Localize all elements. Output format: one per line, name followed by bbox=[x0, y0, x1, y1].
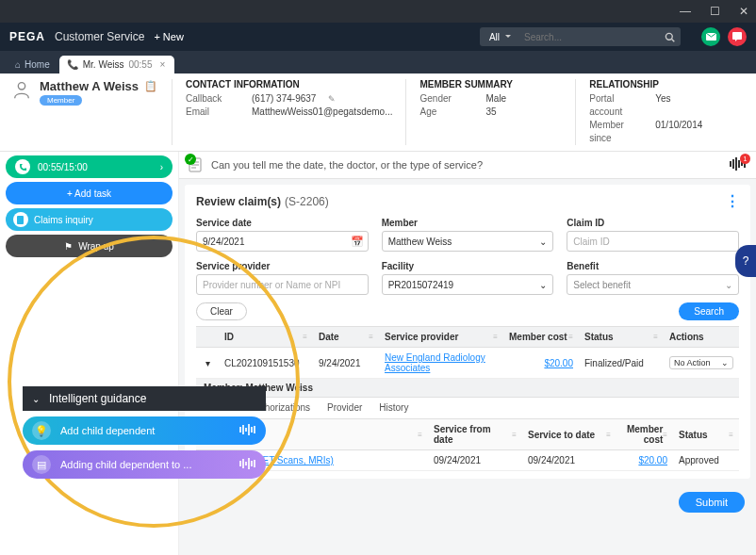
suggestion-add-child-dependent[interactable]: 💡 Add child dependent bbox=[23, 416, 266, 445]
search-input[interactable] bbox=[517, 27, 658, 46]
clipboard-icon[interactable]: 📋 bbox=[144, 80, 157, 92]
benefit-select[interactable]: Select benefit⌄ bbox=[567, 274, 739, 295]
member-subheader: Member: Matthew Weiss bbox=[196, 379, 739, 398]
claim-id-label: Claim ID bbox=[567, 218, 739, 228]
svg-rect-10 bbox=[730, 161, 731, 167]
search-button[interactable]: Search bbox=[679, 302, 739, 320]
expand-icon[interactable]: ▾ bbox=[205, 358, 210, 368]
filter-icon[interactable]: ≡ bbox=[653, 333, 658, 341]
prompt-text: Can you tell me the date, the doctor, or… bbox=[211, 159, 483, 171]
guidance-title: Intelligent guidance bbox=[49, 392, 146, 405]
table-row[interactable]: Imaging (CT/PET Scans, MRIs) 09/24/2021 … bbox=[196, 450, 739, 471]
chevron-down-icon: ⌄ bbox=[539, 237, 547, 247]
svg-rect-3 bbox=[732, 32, 742, 40]
brand-logo: PEGA bbox=[9, 30, 45, 43]
chevron-down-icon: ⌄ bbox=[721, 358, 729, 367]
search-scope-dropdown[interactable]: All bbox=[480, 27, 517, 46]
status-value: Approved bbox=[679, 455, 719, 465]
provider-label: Service provider bbox=[196, 261, 369, 271]
filter-icon[interactable]: ≡ bbox=[303, 333, 307, 341]
wrap-up-button[interactable]: ⚑Wrap up bbox=[6, 235, 173, 257]
more-icon[interactable]: ⋮ bbox=[725, 192, 739, 210]
filter-icon[interactable]: ≡ bbox=[606, 431, 611, 439]
facility-select[interactable]: PR2015072419⌄ bbox=[382, 274, 554, 295]
new-button[interactable]: + New bbox=[154, 31, 183, 42]
action-select[interactable]: No Action⌄ bbox=[669, 356, 733, 369]
service-date-label: Service date bbox=[196, 218, 369, 228]
avatar-icon bbox=[11, 79, 32, 100]
provider-input[interactable] bbox=[196, 274, 369, 295]
svg-rect-22 bbox=[239, 461, 241, 466]
benefit-label: Benefit bbox=[567, 261, 739, 271]
suggestion-label: Adding child dependent to ... bbox=[60, 459, 191, 470]
phone-icon bbox=[15, 159, 30, 174]
case-tab[interactable]: 📞 Mr. Weiss 00:55 × bbox=[59, 56, 175, 73]
window-close-icon[interactable]: ✕ bbox=[739, 5, 748, 18]
svg-point-0 bbox=[666, 33, 672, 40]
cost-link[interactable]: $20.00 bbox=[544, 358, 573, 368]
provider-link[interactable]: New England Radiology Associates bbox=[385, 352, 498, 373]
tab-strip: ⌂Home 📞 Mr. Weiss 00:55 × bbox=[0, 51, 756, 73]
agent-prompt: ✓ Can you tell me the date, the doctor, … bbox=[179, 152, 756, 179]
intelligent-guidance-panel: ⌄ Intelligent guidance 💡 Add child depen… bbox=[23, 386, 266, 479]
table-row[interactable]: ▾ CL202109151530 9/24/2021 New England R… bbox=[196, 348, 739, 379]
calendar-icon[interactable]: 📅 bbox=[351, 236, 364, 248]
tab-history[interactable]: History bbox=[379, 402, 408, 418]
claims-inquiry-button[interactable]: Claims inquiry bbox=[6, 208, 173, 231]
suggestion-label: Add child dependent bbox=[60, 425, 155, 436]
audio-wave-icon bbox=[239, 424, 256, 437]
status-value: Finalized/Paid bbox=[584, 358, 644, 368]
filter-icon[interactable]: ≡ bbox=[729, 431, 733, 439]
svg-rect-11 bbox=[732, 159, 734, 169]
home-tab[interactable]: ⌂Home bbox=[6, 56, 59, 73]
chevron-icon[interactable]: › bbox=[160, 162, 163, 172]
claim-id-input[interactable] bbox=[567, 231, 739, 252]
search-button[interactable] bbox=[658, 27, 681, 46]
member-badge: Member bbox=[40, 95, 82, 106]
submit-button[interactable]: Submit bbox=[679, 492, 745, 513]
gender-value: Male bbox=[485, 92, 506, 106]
svg-rect-23 bbox=[242, 459, 244, 468]
panel-title: Review claim(s) bbox=[196, 195, 281, 208]
document-icon: ✓ bbox=[189, 157, 204, 172]
claims-table: ID≡ Date≡ Service provider≡ Member cost≡… bbox=[196, 326, 739, 471]
case-tab-time: 00:55 bbox=[128, 59, 152, 70]
suggestion-adding-child-dependent[interactable]: ▤ Adding child dependent to ... bbox=[23, 450, 266, 479]
window-minimize-icon[interactable]: — bbox=[680, 5, 691, 18]
lightbulb-icon: 💡 bbox=[32, 421, 51, 440]
top-nav: PEGA Customer Service + New All bbox=[0, 23, 756, 51]
chevron-down-icon: ⌄ bbox=[725, 280, 732, 290]
case-tab-name: Mr. Weiss bbox=[83, 59, 124, 70]
cost-link[interactable]: $20.00 bbox=[638, 455, 667, 465]
svg-rect-18 bbox=[245, 428, 247, 432]
audio-icon[interactable]: 1 bbox=[730, 157, 747, 172]
svg-rect-12 bbox=[735, 157, 737, 171]
filter-icon[interactable]: ≡ bbox=[512, 431, 517, 439]
filter-icon[interactable]: ≡ bbox=[568, 333, 573, 341]
new-button-label: New bbox=[163, 31, 184, 42]
mail-icon[interactable] bbox=[701, 27, 720, 46]
to-date-value: 09/24/2021 bbox=[528, 455, 575, 465]
claim-id-value: CL202109151530 bbox=[224, 358, 300, 368]
add-task-button[interactable]: + Add task bbox=[6, 182, 173, 204]
global-search: All bbox=[480, 27, 681, 46]
filter-icon[interactable]: ≡ bbox=[369, 333, 373, 341]
clear-button[interactable]: Clear bbox=[196, 302, 247, 320]
member-select[interactable]: Matthew Weiss⌄ bbox=[382, 231, 554, 252]
from-date-value: 09/24/2021 bbox=[434, 455, 481, 465]
close-icon[interactable]: × bbox=[159, 59, 165, 70]
guidance-header[interactable]: ⌄ Intelligent guidance bbox=[23, 386, 266, 411]
service-date-input[interactable] bbox=[196, 231, 369, 252]
help-fab[interactable]: ? bbox=[735, 245, 756, 277]
relationship-title: RELATIONSHIP bbox=[589, 79, 731, 90]
case-header: Matthew A Weiss📋 Member CONTACT INFORMAT… bbox=[0, 73, 756, 152]
chat-icon[interactable] bbox=[728, 27, 747, 46]
tab-provider[interactable]: Provider bbox=[327, 402, 362, 418]
document-icon bbox=[13, 212, 28, 227]
filter-icon[interactable]: ≡ bbox=[663, 431, 667, 439]
window-maximize-icon[interactable]: ☐ bbox=[710, 5, 720, 18]
edit-icon[interactable]: ✎ bbox=[328, 92, 336, 106]
member-label: Member bbox=[382, 218, 554, 228]
filter-icon[interactable]: ≡ bbox=[418, 431, 422, 439]
filter-icon[interactable]: ≡ bbox=[493, 333, 498, 341]
